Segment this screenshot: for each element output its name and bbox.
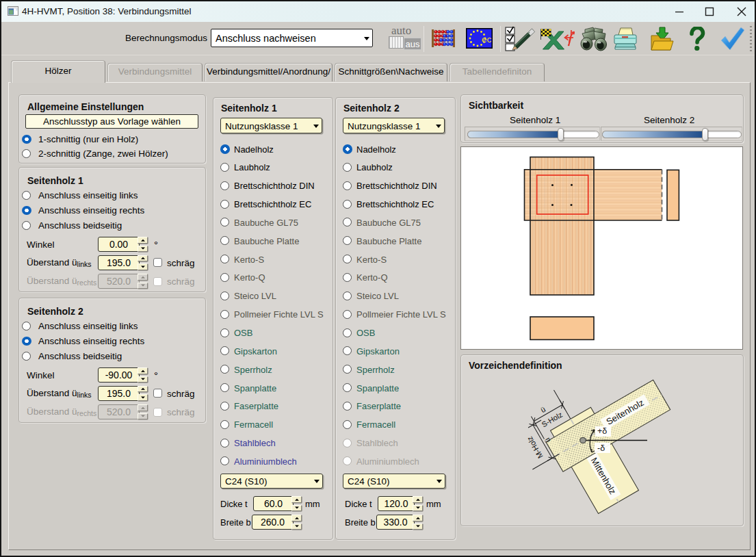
svg-text:+δ: +δ	[597, 426, 607, 436]
svg-text:ü: ü	[539, 405, 547, 414]
svg-text:-δ: -δ	[597, 443, 605, 453]
svg-text:M-Holz: M-Holz	[525, 435, 545, 460]
svg-text:ec: ec	[482, 34, 492, 44]
